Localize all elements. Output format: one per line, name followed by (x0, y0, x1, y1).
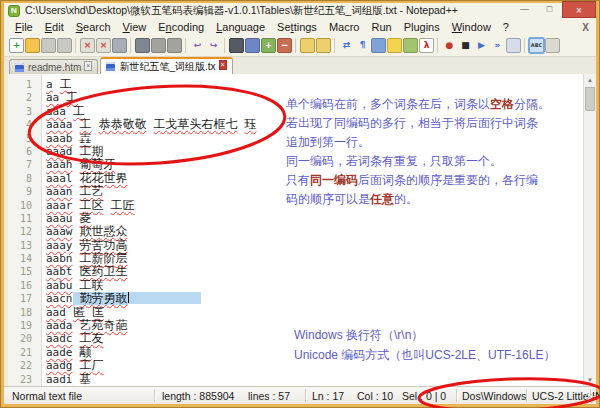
zoom-in-icon[interactable]: + (261, 38, 276, 53)
annotation-note-segment: 分隔。 (514, 97, 550, 111)
line-content[interactable]: aaab壵 (46, 132, 92, 145)
menu-item-file[interactable]: File (9, 21, 39, 33)
close-doc-icon-glyph: × (84, 39, 92, 52)
vertical-scrollbar[interactable]: ▲ ▼ (583, 74, 596, 386)
line-number: 10 (8, 199, 38, 212)
macro-stop-icon[interactable]: ■ (458, 38, 473, 53)
macro-record-icon[interactable]: ● (442, 38, 457, 53)
line-content[interactable]: aadg工厂 (46, 359, 104, 372)
replace-icon[interactable] (245, 38, 260, 53)
macro-play-multi-icon[interactable]: » (490, 38, 505, 53)
doc-monitor-icon[interactable] (545, 38, 560, 53)
zoom-out-icon[interactable]: − (277, 38, 292, 53)
line-content[interactable]: aaar工区工匠 (46, 199, 135, 212)
menu-item-search[interactable]: Search (70, 21, 117, 33)
menu-item-language[interactable]: Language (210, 21, 271, 33)
editor-line[interactable]: 12aaaw欺世惑众 (8, 225, 583, 238)
line-content[interactable]: aabu工联 (46, 279, 104, 292)
line-content[interactable]: aad匿匡 (46, 306, 104, 319)
word: 恭恭敬敬 (99, 117, 147, 131)
menu-item-macro[interactable]: Macro (323, 21, 366, 33)
line-content[interactable]: aaah葡萄牙 (46, 158, 116, 171)
scroll-up-icon[interactable]: ▲ (584, 74, 596, 86)
save-all-icon[interactable] (57, 38, 72, 53)
line-content[interactable]: aaal花花世界 (46, 172, 128, 185)
tab-1[interactable]: 新世纪五笔_词组版.tx× (100, 57, 232, 74)
line-content[interactable]: aade颟 (46, 346, 92, 359)
editor-line[interactable]: 1a工 (8, 78, 583, 91)
menubar-close-icon[interactable]: X (582, 22, 589, 33)
line-content[interactable]: aabn工薪阶层 (46, 252, 128, 265)
macro-play-icon[interactable]: ▶ (474, 38, 489, 53)
line-content[interactable]: aadc工友 (46, 332, 104, 345)
doc-map-icon[interactable] (403, 38, 418, 53)
scroll-down-icon[interactable]: ▼ (584, 374, 596, 386)
editor-line[interactable]: 18aad匿匡 (8, 306, 583, 319)
line-content[interactable]: aaa工 (46, 105, 85, 118)
find-icon[interactable] (229, 38, 244, 53)
editor-line[interactable]: 11aaau菱 (8, 212, 583, 225)
editor-line[interactable]: 14aabn工薪阶层 (8, 252, 583, 265)
line-content[interactable]: aaay劳苦功高 (46, 239, 128, 252)
tab-close-icon[interactable]: × (219, 60, 227, 70)
menu-item-window[interactable]: Window (446, 21, 497, 33)
function-list-icon[interactable] (387, 38, 402, 53)
word: 工区 (80, 198, 104, 212)
redo-icon[interactable]: ↪ (206, 38, 221, 53)
tab-0[interactable]: readme.htm× (9, 59, 98, 74)
line-content[interactable]: aada艺苑奇葩 (46, 319, 128, 332)
close-all-docs-icon[interactable]: × (96, 38, 111, 53)
menu-item-encoding[interactable]: Encoding (152, 21, 210, 33)
sync-scroll-h-icon[interactable] (316, 38, 331, 53)
scrollbar-thumb[interactable] (585, 87, 595, 111)
line-content[interactable]: a工 (46, 78, 72, 91)
copy-icon[interactable] (151, 38, 166, 53)
tab-close-icon[interactable]: × (84, 61, 92, 71)
word: 壵 (80, 131, 92, 145)
maximize-button[interactable]: □ (537, 1, 562, 18)
line-content[interactable]: aaan工艺 (46, 185, 104, 198)
indent-guides-icon[interactable] (371, 38, 386, 53)
editor-line[interactable]: 23aadi基 (8, 373, 583, 386)
show-all-chars-icon[interactable]: ¶ (355, 38, 370, 53)
editor-pane[interactable]: 1a工2aa工3aaa工4aaaa工恭恭敬敬工戈草头右框七珏5aaab壵6aaa… (4, 74, 596, 386)
open-folder-icon[interactable] (25, 38, 40, 53)
wubi-code: aadg (46, 359, 73, 372)
wubi-code: aaah (46, 158, 73, 171)
wubi-code: aaau (46, 212, 73, 225)
spell-check-icon[interactable]: ABC (529, 38, 544, 53)
print-icon[interactable] (112, 38, 127, 53)
line-content[interactable]: aa工 (46, 91, 78, 104)
doc-switcher-icon[interactable]: λ (419, 38, 434, 53)
editor-line[interactable]: 17aacn勤劳勇敢 (8, 292, 583, 305)
menu-item-plugins[interactable]: Plugins (398, 21, 446, 33)
menu-item-settings[interactable]: Settings (271, 21, 323, 33)
new-file-icon[interactable]: + (9, 38, 24, 53)
line-content[interactable]: aabt医药卫生 (46, 265, 128, 278)
close-doc-icon[interactable]: × (80, 38, 95, 53)
editor-line[interactable]: 15aabt医药卫生 (8, 265, 583, 278)
editor-line[interactable]: 13aaay劳苦功高 (8, 239, 583, 252)
line-content[interactable]: aaaw欺世惑众 (46, 225, 128, 238)
paste-icon[interactable] (167, 38, 182, 53)
close-button[interactable]: × (562, 1, 596, 18)
line-content[interactable]: aaau菱 (46, 212, 92, 225)
menu-item-run[interactable]: Run (365, 21, 397, 33)
resize-grip[interactable] (585, 393, 595, 403)
line-content[interactable]: aaaa工恭恭敬敬工戈草头右框七珏 (46, 118, 257, 131)
save-file-icon[interactable] (41, 38, 56, 53)
editor-line[interactable]: 16aabu工联 (8, 279, 583, 292)
menu-item-edit[interactable]: Edit (39, 21, 70, 33)
line-content[interactable]: aadi基 (46, 373, 92, 386)
macro-save-icon[interactable] (506, 38, 521, 53)
line-content[interactable]: aacn勤劳勇敢 (46, 292, 201, 305)
macro-stop-icon-glyph: ■ (461, 39, 470, 52)
undo-icon[interactable]: ↩ (190, 38, 205, 53)
menu-item-view[interactable]: View (117, 21, 153, 33)
minimize-button[interactable]: — (512, 1, 537, 18)
word-wrap-icon[interactable]: ⇄ (339, 38, 354, 53)
menu-item-help[interactable]: ? (497, 21, 515, 33)
line-content[interactable]: aaad工期 (46, 145, 104, 158)
cut-icon[interactable] (135, 38, 150, 53)
sync-scroll-v-icon[interactable] (300, 38, 315, 53)
